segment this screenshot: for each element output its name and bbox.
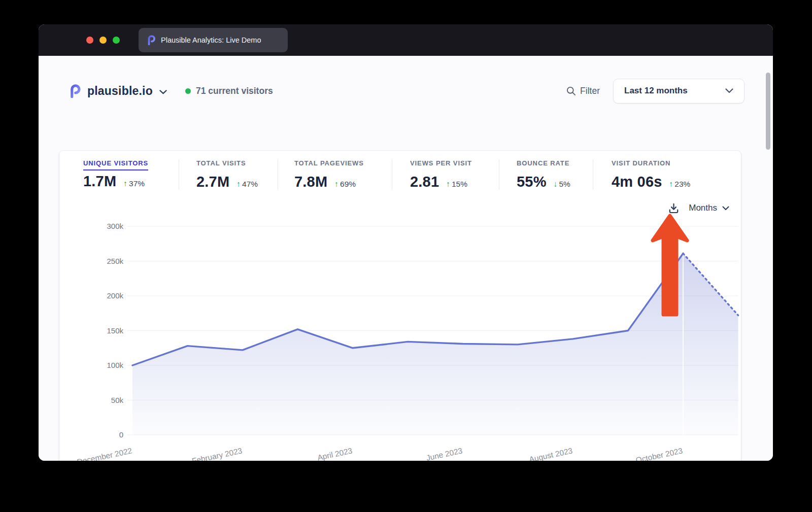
- chevron-down-icon[interactable]: [722, 206, 729, 211]
- x-axis-tick: June 2023: [425, 446, 463, 461]
- visitors-line-chart: 050k100k150k200k250k300k December 2022Fe…: [59, 151, 741, 461]
- y-axis-tick: 100k: [107, 361, 123, 369]
- site-name[interactable]: plausible.io: [87, 84, 153, 98]
- y-axis-tick: 200k: [107, 291, 123, 300]
- live-visitors-dot-icon: [185, 88, 191, 94]
- chart-toolbar: Months: [668, 199, 729, 217]
- browser-chrome: Plausible Analytics: Live Demo: [39, 24, 773, 56]
- current-visitors-link[interactable]: 71 current visitors: [196, 86, 273, 96]
- x-axis-tick: August 2023: [528, 446, 573, 461]
- search-icon: [566, 86, 576, 96]
- dashboard-card: UNIQUE VISITORS 1.7M ↑37% TOTAL VISITS 2…: [59, 151, 741, 461]
- close-window-button[interactable]: [86, 37, 93, 44]
- screenshot-stage: Plausible Analytics: Live Demo plausible…: [0, 0, 812, 512]
- date-range-value: Last 12 months: [624, 86, 688, 96]
- tab-title: Plausible Analytics: Live Demo: [161, 36, 261, 44]
- y-axis-tick: 0: [119, 430, 123, 439]
- interval-selector[interactable]: Months: [689, 203, 717, 213]
- filter-button[interactable]: Filter: [566, 86, 600, 96]
- y-axis-tick: 50k: [111, 396, 124, 404]
- area-fill: [132, 253, 683, 435]
- vertical-scrollbar-thumb[interactable]: [766, 73, 770, 150]
- chevron-down-icon: [725, 88, 733, 93]
- chevron-down-icon[interactable]: [159, 90, 167, 94]
- y-axis-tick: 300k: [107, 222, 123, 230]
- page-content: plausible.io 71 current visitors Filter …: [39, 56, 773, 461]
- x-axis-tick: October 2023: [635, 446, 683, 461]
- zoom-window-button[interactable]: [113, 37, 120, 44]
- x-axis-tick: February 2023: [191, 446, 243, 461]
- area-fill-incomplete: [683, 253, 738, 435]
- y-axis-tick: 150k: [107, 326, 123, 335]
- site-header: plausible.io 71 current visitors Filter …: [67, 78, 745, 104]
- y-axis-tick: 250k: [107, 257, 123, 265]
- x-axis-tick: December 2022: [76, 446, 132, 461]
- browser-window: Plausible Analytics: Live Demo plausible…: [39, 24, 773, 461]
- date-range-selector[interactable]: Last 12 months: [613, 79, 745, 104]
- download-icon[interactable]: [668, 202, 680, 214]
- minimize-window-button[interactable]: [99, 37, 107, 44]
- x-axis-tick: April 2023: [317, 446, 353, 461]
- browser-tab[interactable]: Plausible Analytics: Live Demo: [139, 28, 288, 52]
- filter-label: Filter: [580, 86, 600, 96]
- plausible-logo-icon: [67, 84, 81, 98]
- plausible-favicon: [146, 35, 156, 45]
